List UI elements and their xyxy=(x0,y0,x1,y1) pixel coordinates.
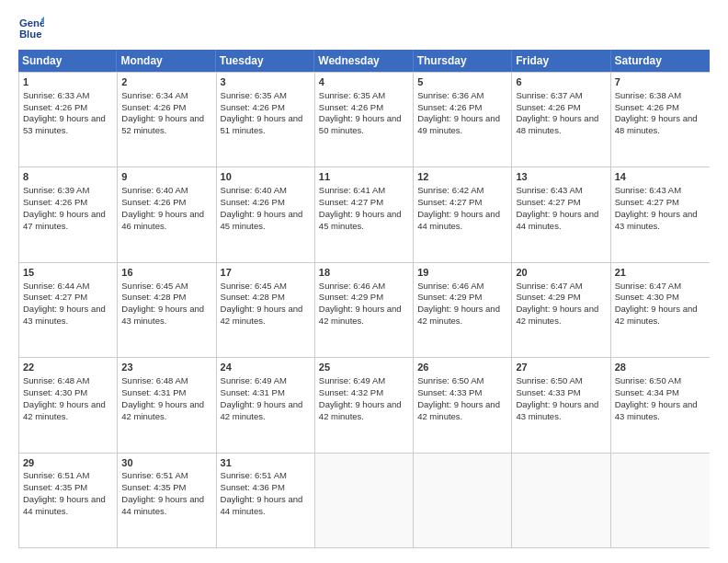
day-cell-1: 1Sunrise: 6:33 AMSunset: 4:26 PMDaylight… xyxy=(19,73,118,167)
sunrise-text: Sunrise: 6:50 AM xyxy=(516,375,582,385)
sunset-text: Sunset: 4:27 PM xyxy=(319,197,383,207)
daylight-text: Daylight: 9 hours and 51 minutes. xyxy=(221,113,303,135)
calendar-week-4: 22Sunrise: 6:48 AMSunset: 4:30 PMDayligh… xyxy=(19,357,710,452)
sunset-text: Sunset: 4:28 PM xyxy=(221,292,285,302)
svg-text:General: General xyxy=(19,17,44,29)
daylight-text: Daylight: 9 hours and 43 minutes. xyxy=(615,209,698,231)
sunset-text: Sunset: 4:26 PM xyxy=(23,197,87,207)
sunset-text: Sunset: 4:35 PM xyxy=(23,482,87,492)
day-cell-15: 15Sunrise: 6:44 AMSunset: 4:27 PMDayligh… xyxy=(19,263,118,357)
day-cell-22: 22Sunrise: 6:48 AMSunset: 4:30 PMDayligh… xyxy=(19,358,118,452)
day-number: 31 xyxy=(221,456,311,470)
sunrise-text: Sunrise: 6:48 AM xyxy=(23,375,89,385)
sunrise-text: Sunrise: 6:43 AM xyxy=(516,185,582,195)
day-number: 2 xyxy=(121,75,211,89)
sunset-text: Sunset: 4:26 PM xyxy=(319,102,383,112)
day-number: 12 xyxy=(417,170,507,184)
page-header: General Blue xyxy=(18,15,710,40)
sunset-text: Sunset: 4:32 PM xyxy=(319,387,383,397)
sunrise-text: Sunrise: 6:51 AM xyxy=(121,470,188,480)
day-cell-17: 17Sunrise: 6:45 AMSunset: 4:28 PMDayligh… xyxy=(217,263,315,357)
day-cell-30: 30Sunrise: 6:51 AMSunset: 4:35 PMDayligh… xyxy=(118,454,216,547)
day-number: 20 xyxy=(516,266,606,280)
day-cell-6: 6Sunrise: 6:37 AMSunset: 4:26 PMDaylight… xyxy=(512,73,610,167)
day-number: 3 xyxy=(221,75,311,89)
daylight-text: Daylight: 9 hours and 43 minutes. xyxy=(516,399,598,421)
daylight-text: Daylight: 9 hours and 45 minutes. xyxy=(319,209,402,231)
weekday-header-saturday: Saturday xyxy=(611,50,710,72)
day-cell-28: 28Sunrise: 6:50 AMSunset: 4:34 PMDayligh… xyxy=(611,358,710,452)
sunset-text: Sunset: 4:26 PM xyxy=(121,197,186,207)
day-number: 11 xyxy=(319,170,409,184)
sunrise-text: Sunrise: 6:51 AM xyxy=(23,470,89,480)
day-cell-9: 9Sunrise: 6:40 AMSunset: 4:26 PMDaylight… xyxy=(118,167,216,261)
day-number: 29 xyxy=(23,456,113,470)
sunset-text: Sunset: 4:34 PM xyxy=(615,387,679,397)
empty-cell xyxy=(414,454,512,547)
daylight-text: Daylight: 9 hours and 46 minutes. xyxy=(121,209,204,231)
daylight-text: Daylight: 9 hours and 42 minutes. xyxy=(319,304,402,326)
calendar-body: 1Sunrise: 6:33 AMSunset: 4:26 PMDaylight… xyxy=(18,72,710,548)
day-cell-12: 12Sunrise: 6:42 AMSunset: 4:27 PMDayligh… xyxy=(414,167,512,261)
daylight-text: Daylight: 9 hours and 42 minutes. xyxy=(319,399,402,421)
daylight-text: Daylight: 9 hours and 48 minutes. xyxy=(615,113,698,135)
day-number: 25 xyxy=(319,361,409,374)
sunrise-text: Sunrise: 6:40 AM xyxy=(221,185,287,195)
sunrise-text: Sunrise: 6:43 AM xyxy=(615,185,681,195)
daylight-text: Daylight: 9 hours and 43 minutes. xyxy=(23,304,106,326)
day-cell-29: 29Sunrise: 6:51 AMSunset: 4:35 PMDayligh… xyxy=(19,454,118,547)
day-number: 9 xyxy=(121,170,211,184)
day-number: 6 xyxy=(516,75,606,89)
daylight-text: Daylight: 9 hours and 42 minutes. xyxy=(221,399,303,421)
daylight-text: Daylight: 9 hours and 43 minutes. xyxy=(615,399,698,421)
day-cell-2: 2Sunrise: 6:34 AMSunset: 4:26 PMDaylight… xyxy=(118,73,216,167)
sunrise-text: Sunrise: 6:48 AM xyxy=(121,375,188,385)
sunset-text: Sunset: 4:29 PM xyxy=(417,292,482,302)
daylight-text: Daylight: 9 hours and 47 minutes. xyxy=(23,209,106,231)
sunrise-text: Sunrise: 6:40 AM xyxy=(121,185,188,195)
day-number: 23 xyxy=(121,361,211,374)
daylight-text: Daylight: 9 hours and 48 minutes. xyxy=(516,113,598,135)
sunrise-text: Sunrise: 6:35 AM xyxy=(319,90,385,100)
daylight-text: Daylight: 9 hours and 42 minutes. xyxy=(417,399,500,421)
sunrise-text: Sunrise: 6:39 AM xyxy=(23,185,89,195)
sunset-text: Sunset: 4:27 PM xyxy=(615,197,679,207)
sunset-text: Sunset: 4:26 PM xyxy=(23,102,87,112)
weekday-header-thursday: Thursday xyxy=(414,50,512,72)
sunrise-text: Sunrise: 6:38 AM xyxy=(615,90,681,100)
day-number: 1 xyxy=(23,75,113,89)
sunrise-text: Sunrise: 6:46 AM xyxy=(319,281,385,291)
day-cell-16: 16Sunrise: 6:45 AMSunset: 4:28 PMDayligh… xyxy=(118,263,216,357)
sunrise-text: Sunrise: 6:42 AM xyxy=(417,185,483,195)
daylight-text: Daylight: 9 hours and 42 minutes. xyxy=(615,304,698,326)
empty-cell xyxy=(512,454,610,547)
sunrise-text: Sunrise: 6:47 AM xyxy=(516,281,582,291)
calendar-week-5: 29Sunrise: 6:51 AMSunset: 4:35 PMDayligh… xyxy=(19,453,710,547)
sunset-text: Sunset: 4:33 PM xyxy=(516,387,580,397)
day-number: 15 xyxy=(23,266,113,280)
sunrise-text: Sunrise: 6:35 AM xyxy=(221,90,287,100)
daylight-text: Daylight: 9 hours and 42 minutes. xyxy=(23,399,106,421)
sunset-text: Sunset: 4:35 PM xyxy=(121,482,186,492)
sunrise-text: Sunrise: 6:44 AM xyxy=(23,281,89,291)
calendar-week-3: 15Sunrise: 6:44 AMSunset: 4:27 PMDayligh… xyxy=(19,262,710,357)
sunrise-text: Sunrise: 6:36 AM xyxy=(417,90,483,100)
sunset-text: Sunset: 4:27 PM xyxy=(516,197,580,207)
sunrise-text: Sunrise: 6:37 AM xyxy=(516,90,582,100)
day-cell-19: 19Sunrise: 6:46 AMSunset: 4:29 PMDayligh… xyxy=(414,263,512,357)
sunrise-text: Sunrise: 6:46 AM xyxy=(417,281,483,291)
daylight-text: Daylight: 9 hours and 42 minutes. xyxy=(121,399,204,421)
day-cell-25: 25Sunrise: 6:49 AMSunset: 4:32 PMDayligh… xyxy=(315,358,414,452)
calendar-week-1: 1Sunrise: 6:33 AMSunset: 4:26 PMDaylight… xyxy=(19,72,710,167)
daylight-text: Daylight: 9 hours and 42 minutes. xyxy=(516,304,598,326)
day-cell-13: 13Sunrise: 6:43 AMSunset: 4:27 PMDayligh… xyxy=(512,167,610,261)
weekday-header-sunday: Sunday xyxy=(18,50,117,72)
day-cell-20: 20Sunrise: 6:47 AMSunset: 4:29 PMDayligh… xyxy=(512,263,610,357)
day-number: 19 xyxy=(417,266,507,280)
calendar: SundayMondayTuesdayWednesdayThursdayFrid… xyxy=(18,50,710,548)
day-number: 21 xyxy=(615,266,706,280)
sunset-text: Sunset: 4:27 PM xyxy=(23,292,87,302)
sunset-text: Sunset: 4:26 PM xyxy=(221,102,285,112)
daylight-text: Daylight: 9 hours and 49 minutes. xyxy=(417,113,500,135)
day-cell-21: 21Sunrise: 6:47 AMSunset: 4:30 PMDayligh… xyxy=(611,263,710,357)
